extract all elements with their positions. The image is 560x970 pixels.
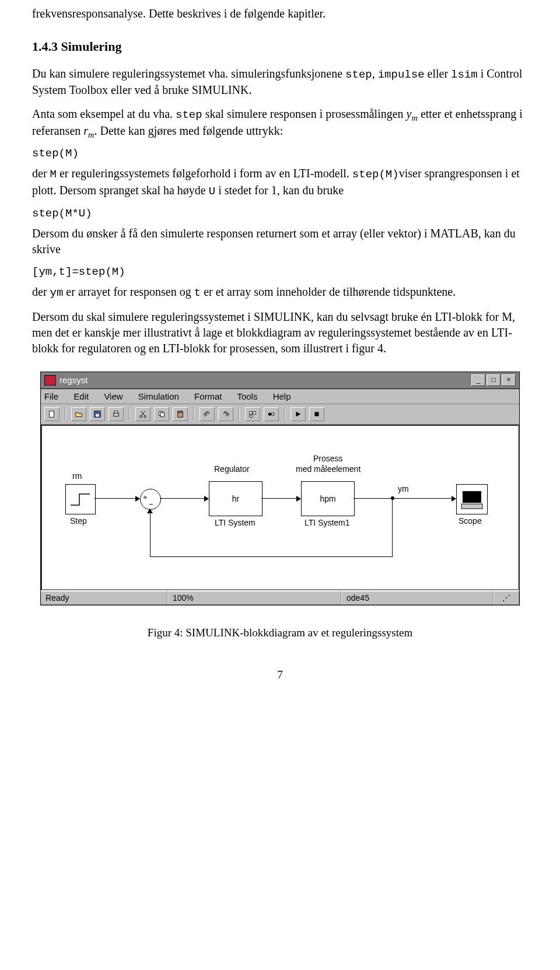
intro-tail: frekvensresponsanalyse. Dette beskrives … — [32, 6, 528, 22]
resize-grip-icon[interactable]: ⋰ — [494, 591, 519, 605]
window-titlebar[interactable]: regsyst _ □ × — [41, 372, 519, 389]
paragraph-2: Anta som eksempel at du vha. step skal s… — [32, 106, 528, 139]
close-button[interactable]: × — [502, 374, 516, 386]
regulator-block-label: LTI System — [215, 518, 256, 527]
svg-rect-3 — [114, 413, 119, 416]
sum-junction[interactable]: + − — [140, 489, 161, 510]
svg-rect-16 — [315, 412, 319, 416]
process-title-1: Prosess — [313, 454, 343, 463]
svg-point-14 — [268, 412, 271, 415]
signal-rm-label: rm — [72, 471, 82, 481]
status-zoom: 100% — [167, 591, 341, 605]
svg-rect-8 — [160, 412, 164, 416]
svg-rect-18 — [461, 504, 482, 509]
code-line-1: step(M) — [32, 147, 528, 160]
svg-rect-4 — [114, 411, 117, 414]
process-block[interactable]: hpm — [301, 481, 355, 516]
svg-rect-10 — [178, 411, 181, 413]
branch-node — [391, 496, 394, 500]
regulator-title: Regulator — [214, 464, 250, 474]
code-step: step — [345, 68, 372, 81]
paste-icon[interactable] — [173, 407, 188, 421]
paragraph-5: der ym er arrayet for responsen og t er … — [32, 284, 528, 301]
new-icon[interactable] — [44, 407, 60, 421]
menu-format[interactable]: Format — [194, 391, 222, 401]
undo-icon[interactable] — [200, 407, 215, 421]
open-icon[interactable] — [71, 407, 86, 421]
paragraph-6: Dersom du skal simulere reguleringssyste… — [32, 309, 528, 356]
code-lsim: lsim — [451, 68, 478, 81]
figure-caption: Figur 4: SIMULINK-blokkdiagram av et reg… — [32, 626, 528, 639]
toggle-icon[interactable] — [264, 407, 279, 421]
step-block[interactable] — [65, 484, 96, 514]
paragraph-1: Du kan simulere reguleringssystemet vha.… — [32, 66, 528, 99]
svg-rect-13 — [250, 415, 252, 418]
simulink-window: regsyst _ □ × File Edit View Simulation … — [40, 372, 520, 605]
library-icon[interactable] — [245, 407, 260, 421]
code-line-3: [ym,t]=step(M) — [32, 265, 528, 278]
redo-icon[interactable] — [218, 407, 233, 421]
save-icon[interactable] — [90, 407, 105, 421]
print-icon[interactable] — [108, 407, 124, 421]
regulator-block[interactable]: hr — [209, 481, 262, 516]
simulink-app-icon — [44, 375, 56, 386]
process-block-label: LTI System1 — [304, 518, 350, 527]
window-title: regsyst — [60, 375, 471, 385]
paragraph-3: der M er reguleringssystemets følgeforho… — [32, 166, 528, 199]
status-solver: ode45 — [341, 591, 494, 605]
svg-rect-17 — [463, 491, 481, 503]
svg-rect-12 — [253, 412, 256, 414]
cut-icon[interactable] — [135, 407, 150, 421]
model-canvas[interactable]: rm Step + − Regulator hr LTI System — [41, 425, 519, 590]
step-block-label: Step — [70, 516, 87, 526]
page-number: 7 — [32, 668, 528, 681]
status-ready: Ready — [41, 591, 167, 605]
scope-block[interactable] — [456, 484, 488, 514]
svg-rect-0 — [50, 411, 54, 418]
section-heading: 1.4.3 Simulering — [32, 38, 528, 55]
toolbar — [41, 404, 519, 425]
svg-rect-11 — [250, 412, 252, 414]
run-icon[interactable] — [290, 407, 306, 421]
menu-view[interactable]: View — [104, 391, 123, 401]
svg-rect-2 — [96, 414, 99, 416]
maximize-button[interactable]: □ — [487, 374, 501, 386]
menu-tools[interactable]: Tools — [237, 391, 257, 401]
menu-simulation[interactable]: Simulation — [138, 391, 179, 401]
menu-file[interactable]: File — [44, 391, 58, 401]
status-bar: Ready 100% ode45 ⋰ — [41, 590, 519, 605]
menu-edit[interactable]: Edit — [74, 391, 89, 401]
stop-icon[interactable] — [309, 407, 324, 421]
svg-point-15 — [271, 412, 274, 415]
process-title-2: med måleelement — [296, 464, 360, 474]
copy-icon[interactable] — [154, 407, 169, 421]
menu-bar: File Edit View Simulation Format Tools H… — [41, 389, 519, 404]
menu-help[interactable]: Help — [273, 391, 291, 401]
minimize-button[interactable]: _ — [471, 374, 485, 386]
code-line-2: step(M*U) — [32, 207, 528, 220]
code-impulse: impulse — [378, 68, 425, 81]
scope-block-label: Scope — [459, 516, 482, 526]
paragraph-4: Dersom du ønsker å få den simulerte resp… — [32, 226, 528, 257]
signal-ym-label: ym — [398, 484, 409, 493]
